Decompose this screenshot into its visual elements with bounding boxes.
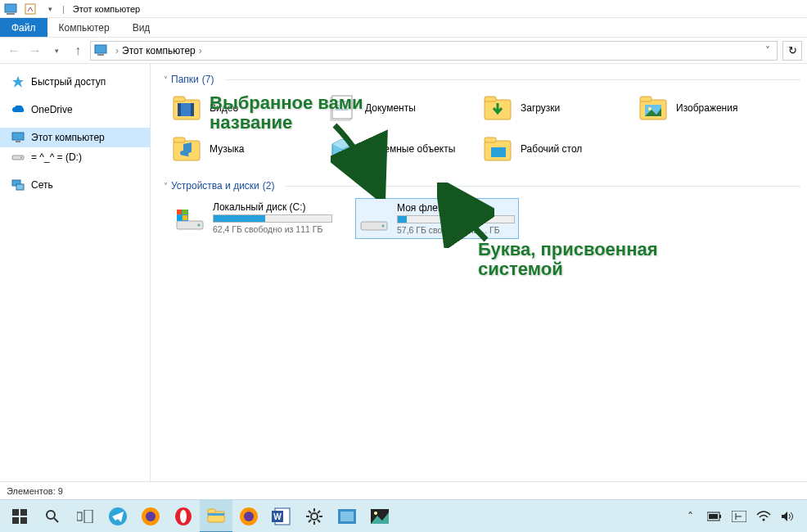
svg-rect-0 — [5, 4, 16, 12]
folders-grid: Видео Документы Загрузки Изображения Муз… — [172, 92, 800, 165]
drive-name: Моя флешка (D:) — [397, 202, 515, 214]
svg-point-62 — [244, 512, 254, 521]
folder-videos[interactable]: Видео — [172, 92, 327, 124]
taskbar-app-photos[interactable] — [363, 500, 396, 533]
title-bar: ▾ | Этот компьютер — [0, 0, 807, 18]
svg-rect-45 — [12, 509, 19, 516]
tab-computer[interactable]: Компьютер — [47, 18, 121, 37]
tray-battery-icon[interactable] — [707, 509, 722, 524]
annotation-system-letter: Буква, присвоенная системой — [478, 240, 658, 279]
tray-overflow-icon[interactable]: ˄ — [683, 509, 697, 524]
tray-wifi-icon[interactable] — [756, 509, 771, 524]
sidebar-item-this-pc[interactable]: Этот компьютер — [0, 128, 150, 147]
folder-music[interactable]: Музыка — [172, 133, 327, 165]
chevron-right-icon[interactable]: › — [115, 45, 119, 56]
taskbar-app-firefox[interactable] — [134, 500, 167, 533]
sidebar-item-network[interactable]: Сеть — [0, 175, 150, 195]
svg-point-55 — [146, 512, 156, 521]
sidebar-item-quick-access[interactable]: Быстрый доступ — [0, 72, 150, 92]
svg-point-37 — [198, 224, 201, 227]
content-pane: ˅ Папки (7) Видео Документы Загрузки Изо… — [151, 64, 807, 481]
svg-rect-47 — [12, 517, 19, 524]
svg-rect-51 — [77, 512, 82, 521]
folder-label: Рабочий стол — [521, 143, 582, 155]
group-header-folders[interactable]: ˅ Папки (7) — [164, 74, 800, 85]
svg-line-72 — [318, 520, 320, 522]
sidebar-item-label: = ^_^ = (D:) — [31, 151, 82, 163]
file-tab[interactable]: Файл — [0, 18, 47, 37]
tab-view[interactable]: Вид — [121, 18, 162, 37]
group-header-devices[interactable]: ˅ Устройства и диски (2) — [164, 180, 800, 192]
svg-point-85 — [763, 518, 765, 521]
drive-c[interactable]: Локальный диск (C:) 62,4 ГБ свободно из … — [172, 198, 336, 239]
svg-rect-41 — [177, 215, 182, 220]
drive-icon — [11, 151, 25, 164]
sidebar-item-onedrive[interactable]: OneDrive — [0, 100, 150, 119]
drives-row: Локальный диск (C:) 62,4 ГБ свободно из … — [172, 198, 800, 239]
folder-icon — [327, 134, 357, 164]
drive-d[interactable]: Моя флешка (D:) 57,6 ГБ свободно из ... … — [355, 198, 519, 239]
address-dropdown-icon[interactable]: ˅ — [762, 45, 773, 56]
folder-desktop[interactable]: Рабочий стол — [483, 133, 638, 165]
svg-line-74 — [318, 511, 320, 513]
tray-language-icon[interactable] — [732, 509, 746, 524]
address-bar[interactable]: › Этот компьютер › ˅ — [90, 41, 778, 61]
nav-forward-button[interactable]: → — [26, 42, 44, 60]
svg-rect-2 — [25, 4, 35, 14]
folder-3d-objects[interactable]: Объемные объекты — [327, 133, 483, 165]
folder-documents[interactable]: Документы — [327, 92, 483, 124]
task-view-button[interactable] — [69, 500, 101, 533]
title-separator: | — [62, 4, 65, 14]
refresh-button[interactable]: ↻ — [782, 41, 802, 61]
group-title: Папки — [171, 74, 199, 85]
taskbar: W ˄ — [0, 499, 807, 532]
svg-rect-23 — [485, 97, 496, 101]
taskbar-app-generic-1[interactable] — [331, 500, 363, 533]
qat-dropdown-icon[interactable]: ▾ — [43, 2, 57, 16]
svg-rect-46 — [20, 509, 27, 516]
taskbar-app-word[interactable]: W — [265, 500, 298, 533]
sidebar-item-drive-d[interactable]: = ^_^ = (D:) — [0, 147, 150, 167]
svg-line-71 — [309, 511, 311, 513]
folder-downloads[interactable]: Загрузки — [483, 92, 638, 124]
address-icon — [94, 44, 107, 57]
svg-rect-48 — [20, 517, 27, 524]
svg-rect-4 — [97, 54, 104, 56]
svg-point-49 — [47, 511, 55, 519]
svg-line-73 — [309, 520, 311, 522]
folder-icon — [172, 134, 201, 164]
breadcrumb-location[interactable]: Этот компьютер — [122, 45, 196, 56]
svg-point-78 — [374, 512, 377, 515]
nav-recent-dropdown[interactable]: ▾ — [47, 42, 65, 60]
start-button[interactable] — [3, 500, 36, 533]
taskbar-app-explorer[interactable] — [200, 500, 232, 533]
network-icon — [11, 178, 25, 192]
svg-point-57 — [180, 510, 187, 523]
qat-properties-icon[interactable] — [23, 2, 38, 16]
taskbar-app-settings[interactable] — [298, 500, 331, 533]
taskbar-app-telegram[interactable] — [101, 500, 134, 533]
folder-icon — [172, 93, 201, 123]
nav-back-button[interactable]: ← — [5, 42, 23, 60]
svg-rect-13 — [174, 97, 185, 101]
drive-capacity-bar — [213, 214, 332, 223]
group-title: Устройства и диски — [171, 180, 259, 192]
search-button[interactable] — [36, 500, 69, 533]
svg-point-27 — [648, 107, 651, 110]
group-count: (7) — [202, 74, 214, 85]
monitor-icon — [11, 131, 25, 144]
svg-rect-25 — [640, 97, 651, 101]
chevron-right-icon[interactable]: › — [199, 45, 202, 56]
taskbar-app-opera[interactable] — [167, 500, 200, 533]
svg-rect-18 — [332, 96, 352, 119]
nav-up-button[interactable]: ↑ — [69, 42, 87, 60]
svg-rect-1 — [7, 13, 15, 15]
tray-volume-icon[interactable] — [781, 509, 796, 524]
svg-rect-34 — [485, 138, 496, 142]
folder-label: Объемные объекты — [365, 143, 455, 155]
taskbar-app-firefox-2[interactable] — [232, 500, 265, 533]
drive-icon — [359, 202, 389, 232]
svg-rect-80 — [719, 515, 721, 518]
address-bar-row: ← → ▾ ↑ › Этот компьютер › ˅ ↻ — [0, 38, 807, 64]
folder-images[interactable]: Изображения — [638, 92, 794, 124]
